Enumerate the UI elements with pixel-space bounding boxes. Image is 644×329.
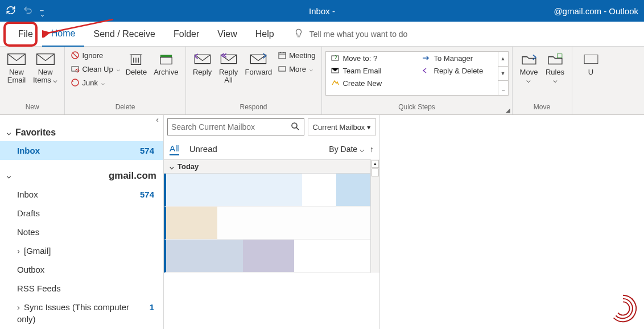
filter-all[interactable]: All — [170, 143, 179, 155]
watermark-logo — [606, 292, 639, 327]
search-box[interactable] — [167, 118, 304, 135]
lightbulb-icon — [294, 28, 304, 40]
search-icon[interactable] — [290, 121, 300, 133]
account-header[interactable]: gmail.com — [0, 167, 163, 185]
new-items-button[interactable]: New Items ⌵ — [30, 49, 61, 87]
reading-pane — [380, 115, 644, 329]
search-input[interactable] — [171, 122, 290, 131]
qs-teamemail[interactable]: Team Email — [326, 64, 417, 77]
tab-home[interactable]: Home — [42, 22, 85, 47]
search-scope-dropdown[interactable]: Current Mailbox ▾ — [308, 118, 376, 135]
group-label-new: New — [3, 103, 61, 113]
quick-steps-gallery: Move to: ? To Manager Team Email Reply &… — [325, 51, 509, 96]
meeting-button[interactable]: Meeting — [278, 49, 315, 61]
nav-item[interactable]: Sync Issues (This computer only)1 — [0, 298, 163, 328]
sort-by-date[interactable]: By Date ⌵ — [329, 145, 364, 154]
sync-icon[interactable] — [6, 5, 16, 17]
collapse-nav-icon[interactable]: ‹ — [0, 115, 163, 124]
more-respond-button[interactable]: More — [278, 63, 315, 75]
window-subtitle: @gmail.com - Outlook — [554, 6, 638, 16]
tab-help[interactable]: Help — [246, 22, 283, 47]
tab-send-receive[interactable]: Send / Receive — [84, 22, 164, 47]
qs-replydelete[interactable]: Reply & Delete — [417, 64, 508, 77]
tab-folder[interactable]: Folder — [164, 22, 208, 47]
move-button[interactable]: Move⌵ — [516, 49, 542, 87]
group-label-delete: Delete — [68, 103, 181, 113]
message-item[interactable] — [164, 240, 370, 273]
nav-item[interactable]: Drafts — [0, 204, 163, 223]
group-label-move: Move — [516, 103, 568, 113]
archive-button[interactable]: Archive — [150, 49, 181, 79]
tell-me[interactable]: Tell me what you want to do — [294, 28, 408, 40]
reply-button[interactable]: Reply — [189, 49, 216, 79]
truncated-button[interactable]: U — [578, 49, 604, 79]
qs-scroll-down[interactable]: ▼ — [498, 67, 508, 81]
quicksteps-dialog-launcher[interactable]: ◢ — [506, 107, 510, 113]
svg-point-5 — [72, 79, 79, 86]
message-list-pane: Current Mailbox ▾ All Unread By Date ⌵ ↑… — [164, 115, 380, 329]
junk-button[interactable]: Junk — [71, 76, 119, 89]
qs-moveto[interactable]: Move to: ? — [326, 52, 417, 64]
message-list-scrollbar[interactable]: ▴ — [370, 159, 379, 273]
forward-button[interactable]: Forward — [242, 49, 276, 79]
svg-point-6 — [72, 81, 73, 82]
cleanup-button[interactable]: Clean Up — [71, 63, 119, 75]
nav-item[interactable]: Inbox574 — [0, 185, 163, 204]
ribbon: New Email New Items ⌵ New Ignore Clean U… — [0, 47, 644, 115]
tell-me-label: Tell me what you want to do — [309, 30, 408, 39]
reply-all-button[interactable]: Reply All — [216, 49, 242, 87]
qs-tomanager[interactable]: To Manager — [417, 52, 508, 64]
nav-item[interactable]: RSS Feeds — [0, 279, 163, 298]
window-title: Inbox - — [309, 6, 335, 16]
navigation-pane: ‹ Favorites Inbox 574 gmail.com Inbox574… — [0, 115, 164, 329]
quick-access-toolbar: ⎯⌄ — [6, 4, 45, 18]
message-item[interactable] — [164, 207, 370, 240]
message-item[interactable] — [164, 174, 370, 207]
nav-item[interactable]: [Gmail] — [0, 241, 163, 260]
tab-view[interactable]: View — [208, 22, 246, 47]
main-area: ‹ Favorites Inbox 574 gmail.com Inbox574… — [0, 115, 644, 329]
ribbon-group-move: Move⌵ Rules⌵ Move — [513, 47, 572, 114]
rules-button[interactable]: Rules⌵ — [542, 49, 568, 87]
new-items-label: New Items ⌵ — [33, 68, 57, 85]
ribbon-tabs: File Home Send / Receive Folder View Hel… — [0, 22, 644, 47]
qs-scroll-up[interactable]: ▲ — [498, 52, 508, 67]
svg-rect-13 — [279, 52, 286, 59]
ribbon-group-quicksteps: Move to: ? To Manager Team Email Reply &… — [322, 47, 513, 114]
svg-rect-18 — [584, 55, 598, 63]
title-bar: ⎯⌄ Inbox - @gmail.com - Outlook — [0, 0, 644, 22]
filter-unread[interactable]: Unread — [189, 144, 217, 155]
ribbon-group-respond: Reply Reply All Forward Meeting More Res… — [186, 47, 322, 114]
qat-customize-icon[interactable]: ⎯⌄ — [40, 4, 45, 18]
nav-item[interactable]: Outbox — [0, 260, 163, 279]
ribbon-group-new: New Email New Items ⌵ New — [0, 47, 65, 114]
sort-direction-icon[interactable]: ↑ — [370, 145, 374, 154]
ribbon-group-truncated: U — [572, 47, 608, 114]
svg-rect-17 — [557, 54, 562, 58]
group-label-respond: Respond — [189, 103, 318, 113]
new-email-label: New Email — [7, 68, 26, 85]
nav-favorite-inbox[interactable]: Inbox 574 — [0, 141, 163, 160]
nav-item[interactable]: Notes — [0, 223, 163, 241]
ribbon-group-delete: Ignore Clean Up Junk Delete Archive Dele… — [65, 47, 185, 114]
svg-rect-14 — [279, 67, 286, 71]
new-email-button[interactable]: New Email — [3, 49, 30, 87]
undo-icon[interactable] — [23, 5, 33, 17]
svg-rect-9 — [160, 57, 172, 64]
group-header-today[interactable]: ⌵Today — [164, 159, 370, 174]
svg-rect-15 — [332, 56, 338, 60]
ignore-button[interactable]: Ignore — [71, 49, 119, 61]
svg-point-19 — [292, 123, 297, 128]
tab-file[interactable]: File — [9, 22, 42, 47]
qs-createnew[interactable]: Create New — [326, 77, 417, 89]
group-label-quicksteps: Quick Steps — [325, 103, 509, 113]
favorites-header[interactable]: Favorites — [0, 124, 163, 141]
qs-expand[interactable]: ⎯ — [498, 81, 508, 95]
delete-button[interactable]: Delete — [122, 49, 151, 79]
